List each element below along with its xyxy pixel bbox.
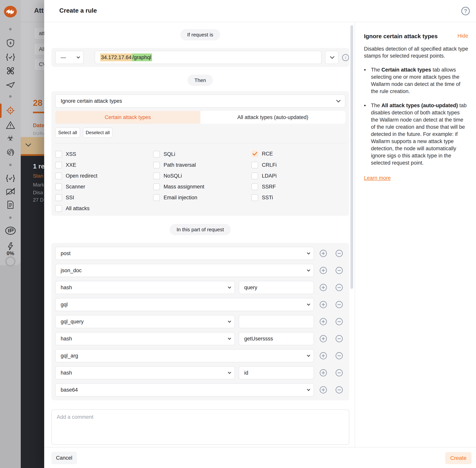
attack-checkbox-open-redirect[interactable]: Open redirect: [55, 172, 98, 179]
request-part-select[interactable]: gql_arg: [55, 349, 314, 362]
select-all-button[interactable]: Select all: [55, 128, 80, 138]
tab-all-attack-types[interactable]: All attack types (auto-updated): [200, 111, 346, 124]
part-value-input[interactable]: [239, 315, 314, 328]
uri-part-select[interactable]: —: [55, 51, 84, 64]
info-icon[interactable]: i: [342, 54, 349, 61]
hide-link[interactable]: Hide: [457, 33, 468, 39]
attack-checkbox-crlfi[interactable]: CRLFi: [251, 161, 277, 168]
filter-chip[interactable]: att: [34, 27, 44, 40]
ip-icon[interactable]: [0, 226, 21, 235]
remove-part-button[interactable]: [335, 267, 343, 274]
remove-part-button[interactable]: [335, 301, 343, 308]
tab-certain-attack-types[interactable]: Certain attack types: [55, 111, 200, 124]
remove-part-button[interactable]: [335, 284, 343, 291]
braces-check-icon[interactable]: [0, 175, 21, 182]
modal-scrollbar[interactable]: [350, 25, 353, 289]
part-value-input[interactable]: id: [239, 366, 314, 380]
remove-part-button[interactable]: [335, 335, 343, 343]
checkbox[interactable]: [153, 183, 160, 190]
deselect-all-button[interactable]: Deselect all: [83, 128, 112, 138]
attack-checkbox-path-traversal[interactable]: Path traversal: [153, 161, 196, 168]
checkbox[interactable]: [153, 173, 160, 179]
checkbox[interactable]: [55, 183, 62, 190]
shield-bolt-icon[interactable]: [0, 39, 21, 47]
target-icon[interactable]: [0, 106, 21, 115]
chevron-down-icon[interactable]: [25, 143, 31, 147]
request-part-select[interactable]: gql: [55, 298, 314, 311]
chevron-down-icon: [307, 302, 310, 306]
attack-checkbox-all-attacks[interactable]: All attacks: [55, 205, 89, 212]
rule-type-select[interactable]: Ignore certain attack types: [55, 94, 345, 108]
request-part-select[interactable]: json_doc: [55, 264, 314, 277]
checkbox[interactable]: [55, 162, 62, 168]
request-part-select[interactable]: base64: [55, 383, 314, 396]
cancel-button[interactable]: Cancel: [51, 452, 77, 464]
help-icon[interactable]: ?: [461, 7, 470, 15]
filter-chip[interactable]: CV: [34, 58, 44, 71]
remove-part-button[interactable]: [335, 249, 343, 257]
checkbox[interactable]: [55, 205, 62, 212]
wallarm-logo[interactable]: [0, 6, 21, 17]
clover-icon[interactable]: [0, 67, 21, 75]
fingerprint-icon[interactable]: [0, 148, 21, 156]
remove-part-button[interactable]: [335, 386, 343, 394]
attack-checkbox-email-injection[interactable]: Email injection: [153, 194, 197, 201]
lightning-icon[interactable]: [0, 242, 21, 250]
attack-checkbox-scanner[interactable]: Scanner: [55, 183, 85, 190]
attack-checkbox-sqli[interactable]: SQLi: [153, 151, 175, 158]
filter-chip[interactable]: All: [34, 43, 44, 56]
paper-plane-icon[interactable]: [0, 81, 21, 88]
learn-more-link[interactable]: Learn more: [364, 175, 391, 181]
add-part-button[interactable]: [319, 301, 327, 308]
checkbox[interactable]: [55, 173, 62, 179]
attack-checkbox-ldapi[interactable]: LDAPi: [251, 172, 277, 179]
remove-part-button[interactable]: [335, 318, 343, 325]
add-part-button[interactable]: [319, 284, 327, 291]
add-part-button[interactable]: [319, 335, 327, 343]
checkbox[interactable]: [251, 173, 258, 179]
add-part-button[interactable]: [319, 318, 327, 325]
part-value-input[interactable]: query: [239, 281, 314, 294]
attack-checkbox-ssrf[interactable]: SSRF: [251, 183, 276, 190]
request-part-select[interactable]: gql_query: [55, 315, 235, 328]
checkbox-checked[interactable]: [251, 150, 258, 157]
part-value-input[interactable]: getUserssss: [239, 332, 314, 345]
checkbox[interactable]: [251, 162, 258, 168]
checkbox[interactable]: [251, 194, 258, 201]
attack-checkbox-xss[interactable]: XSS: [55, 151, 76, 158]
selected-attack-row[interactable]: 27 D 2024: [21, 137, 44, 154]
attack-checkbox-mass-assignment[interactable]: Mass assignment: [153, 183, 204, 190]
checkbox[interactable]: [153, 151, 160, 158]
attack-checkbox-nosqli[interactable]: NoSQLi: [153, 172, 182, 179]
create-button[interactable]: Create: [445, 452, 472, 464]
expand-condition-button[interactable]: [325, 51, 339, 64]
request-part-select[interactable]: hash: [55, 366, 235, 380]
avatar[interactable]: [5, 256, 15, 267]
checkbox[interactable]: [251, 183, 258, 190]
attack-checkbox-rce[interactable]: RCE: [251, 150, 273, 157]
checkbox[interactable]: [55, 151, 62, 158]
checkbox[interactable]: [153, 194, 160, 201]
warning-triangle-icon[interactable]: [0, 121, 21, 129]
camera-off-icon[interactable]: [0, 188, 21, 195]
request-part-select[interactable]: hash: [55, 332, 235, 345]
uri-input[interactable]: 34.172.17.64/graphql: [95, 51, 321, 64]
add-part-button[interactable]: [319, 249, 327, 257]
comment-input[interactable]: Add a comment: [51, 410, 349, 445]
braces-check-icon[interactable]: [0, 53, 21, 61]
checkbox[interactable]: [153, 162, 160, 168]
add-part-button[interactable]: [319, 386, 327, 394]
add-part-button[interactable]: [319, 352, 327, 360]
remove-part-button[interactable]: [335, 369, 343, 377]
request-part-select[interactable]: hash: [55, 281, 235, 294]
attack-checkbox-ssti[interactable]: SSTi: [251, 194, 273, 201]
document-icon[interactable]: [0, 201, 21, 209]
remove-part-button[interactable]: [335, 352, 343, 360]
stat-underline: [33, 112, 44, 113]
request-part-select[interactable]: post: [55, 247, 314, 260]
add-part-button[interactable]: [319, 267, 327, 274]
checkbox[interactable]: [55, 194, 62, 201]
attack-checkbox-ssi[interactable]: SSI: [55, 194, 74, 201]
add-part-button[interactable]: [319, 369, 327, 377]
attack-checkbox-xxe[interactable]: XXE: [55, 161, 76, 168]
